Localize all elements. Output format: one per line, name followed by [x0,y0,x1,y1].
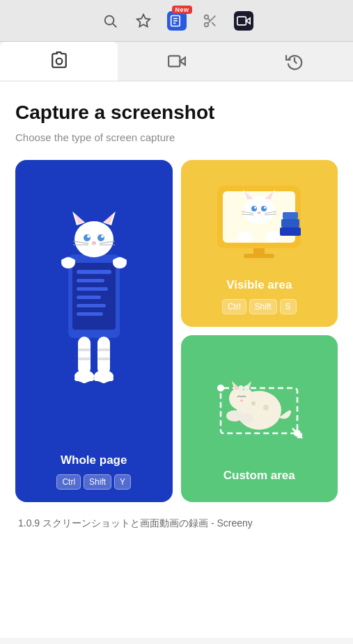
svg-rect-89 [283,212,298,219]
svg-point-91 [217,385,224,392]
svg-point-34 [92,241,96,244]
svg-point-101 [240,399,243,401]
page-title: Capture a screenshot [15,101,338,124]
svg-rect-87 [280,227,301,236]
tab-video[interactable] [118,42,235,81]
whole-page-card[interactable]: Whole page Ctrl Shift Y [15,160,173,502]
magnify-icon[interactable] [100,11,120,31]
svg-rect-62 [244,254,274,258]
main-content: Capture a screenshot Choose the type of … [0,81,353,638]
visible-area-label: Visible area [226,278,292,292]
video-ext-icon[interactable] [234,11,253,31]
svg-rect-23 [77,304,106,307]
svg-point-105 [263,405,269,410]
custom-area-label: Custom area [223,469,295,483]
svg-rect-47 [78,337,91,375]
svg-point-52 [81,379,87,383]
svg-point-71 [261,206,267,211]
svg-rect-16 [168,56,180,66]
svg-point-45 [118,257,122,260]
svg-point-51 [74,377,80,381]
svg-point-74 [258,211,261,214]
svg-point-109 [242,388,245,391]
cards-grid: Whole page Ctrl Shift Y [15,160,338,502]
svg-line-10 [212,22,215,26]
svg-point-107 [239,385,243,389]
svg-point-44 [113,259,117,262]
svg-point-104 [251,401,256,405]
svg-point-46 [123,259,127,262]
svg-rect-21 [77,287,108,291]
svg-point-53 [88,377,94,381]
svg-point-86 [276,234,280,237]
svg-point-41 [61,259,65,262]
version-text: 1.0.9 スクリーンショットと画面動画の録画 - Screeny [15,516,338,531]
svg-point-56 [108,377,113,381]
key-shift-whole: Shift [84,474,111,490]
svg-rect-57 [78,348,91,351]
svg-point-103 [240,414,253,424]
svg-rect-22 [77,296,101,299]
whole-page-shortcuts: Ctrl Shift Y [56,474,131,490]
svg-point-8 [204,22,208,26]
svg-point-32 [87,235,90,238]
svg-marker-15 [180,58,185,65]
svg-point-55 [101,379,107,383]
svg-point-108 [244,385,249,389]
svg-point-43 [71,259,75,262]
whole-page-illustration [15,160,173,453]
svg-rect-88 [281,219,299,227]
svg-point-0 [104,15,113,24]
svg-rect-48 [97,337,110,375]
key-ctrl-whole: Ctrl [56,474,81,490]
visible-area-illustration [181,160,338,278]
visible-area-shortcuts: Ctrl Shift S [222,299,297,314]
svg-marker-12 [246,17,250,23]
svg-point-81 [238,234,242,237]
svg-point-82 [243,232,247,235]
svg-rect-19 [77,270,111,274]
svg-line-11 [207,18,210,21]
svg-rect-58 [78,357,91,360]
svg-point-31 [97,234,104,241]
svg-marker-2 [136,14,149,26]
svg-point-7 [204,15,208,19]
svg-point-30 [84,234,91,241]
page-subtitle: Choose the type of screen capture [15,131,338,143]
key-ctrl-visible: Ctrl [222,299,246,314]
tab-bar [0,42,353,81]
svg-point-42 [66,257,70,260]
svg-point-72 [254,207,256,209]
svg-line-1 [113,24,116,27]
svg-point-70 [251,206,257,211]
whole-page-label: Whole page [61,453,127,467]
svg-rect-13 [237,17,246,25]
visible-area-card[interactable]: Visible area Ctrl Shift S [181,160,338,327]
tab-screenshot[interactable] [0,42,118,81]
svg-point-73 [264,207,266,209]
svg-point-33 [101,235,104,238]
star-icon[interactable] [134,11,153,31]
svg-rect-60 [97,357,110,360]
new-badge: New [172,6,191,14]
screenshot-ext-icon[interactable]: New [167,11,187,31]
svg-rect-59 [97,348,110,351]
svg-rect-24 [77,312,103,316]
custom-area-illustration [181,335,338,469]
tab-history[interactable] [235,42,353,81]
svg-point-84 [266,234,270,237]
svg-point-54 [94,377,100,381]
svg-point-14 [56,58,62,65]
scissors-icon[interactable] [201,11,220,31]
key-s-visible: S [280,299,297,314]
svg-point-83 [248,234,252,237]
svg-rect-20 [77,279,104,282]
svg-point-85 [271,232,275,235]
key-y-whole: Y [114,474,131,490]
key-shift-visible: Shift [249,299,277,314]
custom-area-card[interactable]: Custom area [181,335,338,502]
browser-toolbar: New [0,0,353,42]
svg-point-25 [74,221,113,257]
